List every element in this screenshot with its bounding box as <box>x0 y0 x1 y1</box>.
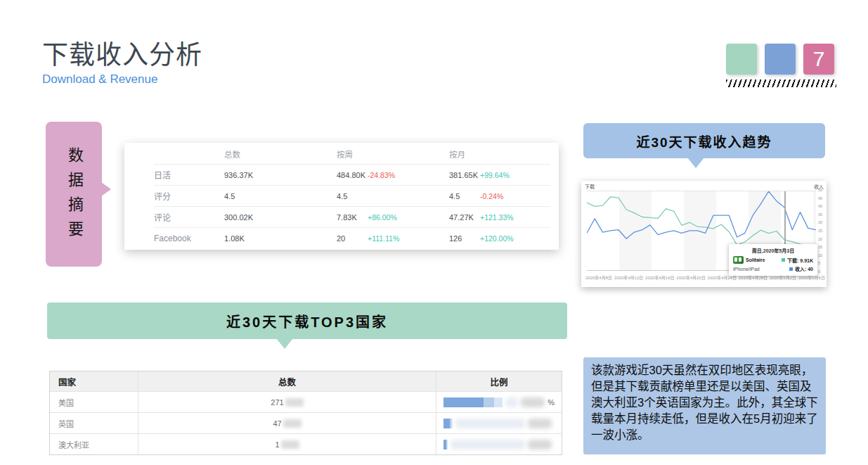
right-axis-ticks: 50454035302520151050 <box>818 188 822 274</box>
analysis-note-box[interactable]: 该款游戏近30天虽然在双印地区表现亮眼，但是其下载贡献榜单里还是以美国、英国及澳… <box>583 357 826 454</box>
trend-chart-card[interactable]: 下载 收入 50454035302520151050 2020年4月8日2020… <box>581 181 827 287</box>
tooltip-download-value: 下载: 9.91K <box>787 257 813 264</box>
country-total: 271 <box>271 398 283 407</box>
metric-label: 评论 <box>154 211 224 223</box>
hatch-divider <box>726 79 836 87</box>
redacted-number <box>283 419 302 428</box>
metric-week-delta: +86.00% <box>368 213 449 222</box>
metric-month: 381.65K <box>449 171 480 179</box>
metric-week: 4.5 <box>337 192 368 200</box>
left-axis-label: 下载 <box>585 183 595 190</box>
ratio-bar <box>443 397 503 407</box>
metrics-row-rating: 评分 4.5 4.5 4.5 -0.24% <box>154 185 550 206</box>
page-number: 7 <box>813 47 825 71</box>
country-table[interactable]: 国家 总数 比例 美国 271 % 英国 47 <box>49 371 562 455</box>
metrics-row-dau: 日活 936.37K 484.80K -24.83% 381.65K +99.6… <box>154 164 550 185</box>
country-name: 英国 <box>50 413 138 433</box>
metric-label: Facebook <box>154 234 224 243</box>
country-table-header: 国家 总数 比例 <box>50 371 562 391</box>
metric-label: 评分 <box>154 190 224 202</box>
metric-total: 4.5 <box>224 192 337 200</box>
page-subtitle: Download & Revenue <box>42 72 157 87</box>
metric-month-delta: +99.64% <box>480 171 550 179</box>
redacted-area <box>455 419 525 428</box>
summary-callout[interactable]: 数据摘要 <box>46 122 102 267</box>
country-name: 澳大利亚 <box>50 434 138 454</box>
metric-week: 20 <box>337 234 368 243</box>
metric-month: 126 <box>449 234 480 243</box>
deco-square-green <box>726 44 757 75</box>
top3-section-title: 近30天下载TOP3国家 <box>226 311 388 331</box>
slide: 下载收入分析 Download & Revenue 7 数据摘要 总数 按周 按… <box>0 0 868 465</box>
redacted-area <box>505 397 518 407</box>
redacted-number <box>285 398 304 407</box>
metric-week: 484.80K <box>337 171 368 179</box>
page-title: 下载收入分析 <box>42 34 202 72</box>
country-total: 1 <box>275 440 279 449</box>
redacted-percent <box>528 419 552 428</box>
percent-sign: % <box>548 398 555 407</box>
analysis-note-text: 该款游戏近30天虽然在双印地区表现亮眼，但是其下载贡献榜单里还是以美国、英国及澳… <box>591 364 818 441</box>
top3-callout-pointer <box>276 338 293 349</box>
tooltip-app-name: Solitaire <box>746 257 765 262</box>
country-row-uk: 英国 47 <box>50 412 562 433</box>
metric-label: 日活 <box>154 169 224 181</box>
metrics-col-week: 按周 <box>337 148 449 160</box>
trend-section-title: 近30天下载收入趋势 <box>636 132 772 151</box>
redacted-percent <box>528 440 552 450</box>
col-total: 总数 <box>138 371 436 391</box>
deco-square-blue <box>765 44 796 75</box>
redacted-area <box>451 440 525 450</box>
country-row-australia: 澳大利亚 1 <box>50 433 562 454</box>
trend-section-header[interactable]: 近30天下载收入趋势 <box>583 123 825 158</box>
top3-section-header[interactable]: 近30天下载TOP3国家 <box>47 302 567 339</box>
metric-month: 47.27K <box>449 213 480 222</box>
country-name: 美国 <box>50 392 138 412</box>
ratio-bar <box>443 440 448 450</box>
download-series-swatch <box>782 258 785 262</box>
trend-callout-pointer <box>687 158 704 168</box>
redacted-percent <box>521 397 545 407</box>
metrics-col-month: 按月 <box>449 148 550 160</box>
metric-week-delta: -24.83% <box>368 171 449 179</box>
chart-tooltip: 周日,2020年5月3日 Solitaire 下载: 9.91K iPhone/… <box>729 244 817 276</box>
metric-week: 7.83K <box>337 213 368 222</box>
solitaire-app-icon <box>733 256 744 264</box>
metrics-row-reviews: 评论 300.02K 7.83K +86.00% 47.27K +121.33% <box>154 206 550 227</box>
summary-callout-label: 数据摘要 <box>63 147 85 246</box>
tooltip-revenue-value: 收入: 40 <box>795 265 813 272</box>
metrics-header-row: 总数 按周 按月 <box>154 144 550 164</box>
revenue-series-swatch <box>789 267 793 271</box>
metric-month-delta: -0.24% <box>480 192 550 200</box>
ratio-bar <box>443 419 453 428</box>
metrics-card[interactable]: 总数 按周 按月 日活 936.37K 484.80K -24.83% 381.… <box>124 143 559 250</box>
col-ratio: 比例 <box>436 371 562 391</box>
redacted-number <box>281 440 299 449</box>
metric-total: 1.08K <box>224 234 337 243</box>
metric-total: 936.37K <box>224 171 337 179</box>
country-row-usa: 美国 271 % <box>50 391 562 412</box>
metric-month-delta: +120.00% <box>480 234 550 243</box>
col-country: 国家 <box>50 371 138 391</box>
callout-right-arrow <box>101 182 111 196</box>
metrics-row-facebook: Facebook 1.08K 20 +111.11% 126 +120.00% <box>154 227 550 248</box>
page-number-badge: 7 <box>803 44 834 75</box>
metrics-col-total: 总数 <box>224 148 337 160</box>
tooltip-device: iPhone/iPad <box>733 267 760 272</box>
tooltip-date: 周日,2020年5月3日 <box>733 247 813 254</box>
metric-month: 4.5 <box>449 192 480 200</box>
country-total: 47 <box>273 419 281 428</box>
metric-week-delta: +111.11% <box>368 234 449 243</box>
metric-total: 300.02K <box>224 213 337 222</box>
metric-month-delta: +121.33% <box>480 213 550 222</box>
